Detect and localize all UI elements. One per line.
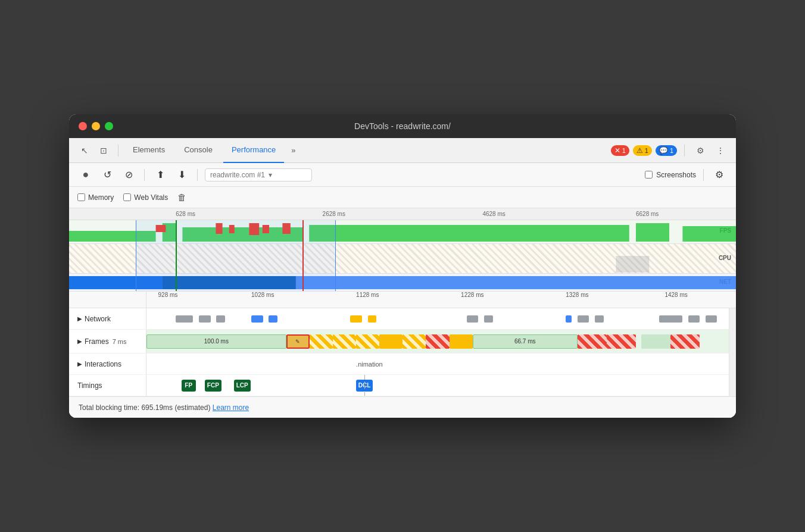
profile-selector[interactable]: readwrite.com #1 ▾ [205, 168, 312, 181]
timeline-overview[interactable]: 628 ms 2628 ms 4628 ms 6628 ms FPS [69, 208, 736, 292]
svg-rect-17 [69, 276, 163, 289]
network-expand-icon[interactable]: ▶ [77, 315, 82, 322]
upload-button[interactable]: ⬆ [152, 167, 169, 183]
memory-label: Memory [88, 193, 114, 202]
net-item-11 [578, 315, 589, 323]
ruler2-mark-928: 928 ms [158, 292, 178, 298]
timings-label: Timings [77, 381, 102, 390]
tab-right-area: ✕ 1 ⚠ 1 💬 1 ⚙ ⋮ [611, 142, 729, 159]
error-badge[interactable]: ✕ 1 [611, 145, 629, 156]
screenshots-checkbox-group: Screenshots [645, 171, 696, 179]
timing-fcp: FCP [205, 380, 221, 392]
svg-rect-2 [182, 227, 302, 242]
frame-stripe-3 [356, 334, 379, 349]
memory-checkbox[interactable] [77, 193, 85, 201]
ruler2-mark-1028: 1028 ms [251, 292, 274, 298]
webvitals-label: Web Vitals [134, 193, 168, 202]
main-content: 628 ms 2628 ms 4628 ms 6628 ms FPS [69, 208, 736, 418]
ruler-mark-2628: 2628 ms [323, 211, 345, 217]
statusbar-text: Total blocking time: 695.19ms (estimated… [79, 403, 210, 412]
net-track: NET [69, 274, 736, 292]
clear-button[interactable]: ⊘ [120, 167, 137, 183]
devtools-window: DevTools - readwrite.com/ ↖ ⊡ Elements C… [69, 114, 736, 418]
tab-console[interactable]: Console [176, 138, 221, 163]
screenshots-label[interactable]: Screenshots [656, 171, 696, 179]
net-item-10 [566, 315, 572, 323]
network-row-label: ▶ Network [69, 308, 146, 329]
profile-url: readwrite.com #1 [210, 171, 265, 179]
settings-icon[interactable]: ⚙ [692, 142, 709, 159]
interactions-animation-text: .nimation [356, 361, 383, 368]
net-item-3 [216, 315, 225, 323]
frames-expand-icon[interactable]: ▶ [77, 338, 82, 345]
titlebar: DevTools - readwrite.com/ [69, 114, 736, 138]
net-item-15 [706, 315, 717, 323]
frames-scrollbar[interactable] [729, 330, 736, 353]
interactions-row: ▶ Interactions .nimation [69, 353, 736, 375]
svg-rect-4 [636, 223, 669, 242]
svg-rect-9 [249, 223, 259, 235]
screenshots-checkbox[interactable] [645, 171, 653, 179]
info-count: 1 [670, 147, 673, 154]
ruler2-mark-1328: 1328 ms [566, 292, 588, 298]
warning-count: 1 [645, 147, 648, 154]
frame-stripe-2 [333, 334, 356, 349]
tab-performance[interactable]: Performance [223, 138, 284, 163]
net-item-6 [350, 315, 362, 323]
timing-fp-label: FP [185, 382, 192, 389]
frame-icon: ✎ [295, 339, 300, 345]
interactions-label: Interactions [85, 360, 121, 368]
maximize-button[interactable] [105, 122, 113, 130]
svg-rect-7 [216, 223, 222, 234]
webvitals-checkbox[interactable] [123, 193, 131, 201]
reload-button[interactable]: ↺ [99, 167, 116, 183]
learn-more-link[interactable]: Learn more [213, 403, 249, 412]
record-button[interactable]: ● [77, 167, 94, 183]
frame-red-end [670, 334, 700, 349]
memory-option[interactable]: Memory [77, 193, 114, 202]
inspect-icon[interactable]: ⊡ [95, 142, 112, 159]
frame-red-stripe-2 [578, 334, 607, 349]
svg-rect-14 [616, 256, 649, 273]
timings-track: FP FCP LCP DCL [146, 375, 729, 396]
net-item-13 [659, 315, 682, 323]
webvitals-option[interactable]: Web Vitals [123, 193, 168, 202]
frame-stripe-1 [310, 334, 333, 349]
ruler2-mark-1128: 1128 ms [356, 292, 379, 298]
frame-green-end [641, 334, 670, 349]
frame-100ms: 100.0 ms [146, 334, 286, 349]
net-item-12 [595, 315, 604, 323]
frames-time: 7 ms [113, 338, 127, 345]
interactions-expand-icon[interactable]: ▶ [77, 361, 82, 367]
net-item-2 [199, 315, 211, 323]
close-button[interactable] [79, 122, 87, 130]
frames-track: 100.0 ms ✎ [146, 330, 729, 353]
net-item-4 [251, 315, 263, 323]
ruler-mark-6628: 6628 ms [636, 211, 659, 217]
tab-more[interactable]: » [286, 143, 300, 157]
toolbar-separator-3 [703, 169, 704, 181]
tab-elements[interactable]: Elements [124, 138, 173, 163]
frame-red-stripe-3 [607, 334, 636, 349]
interactions-scrollbar[interactable] [729, 353, 736, 374]
interactions-sub [124, 360, 126, 368]
info-badge[interactable]: 💬 1 [656, 145, 677, 156]
toolbar: ● ↺ ⊘ ⬆ ⬇ readwrite.com #1 ▾ Screenshots… [69, 163, 736, 187]
more-options-icon[interactable]: ⋮ [712, 142, 729, 159]
warning-badge[interactable]: ⚠ 1 [633, 145, 652, 156]
minimize-button[interactable] [92, 122, 100, 130]
settings-button[interactable]: ⚙ [711, 167, 728, 183]
download-button[interactable]: ⬇ [173, 167, 190, 183]
network-scrollbar[interactable] [729, 308, 736, 329]
frame-label-100ms: 100.0 ms [204, 338, 229, 345]
trash-icon[interactable]: 🗑 [177, 192, 186, 202]
network-row: ▶ Network [69, 308, 736, 330]
options-bar: Memory Web Vitals 🗑 [69, 187, 736, 208]
timings-scrollbar[interactable] [729, 375, 736, 396]
cursor-icon[interactable]: ↖ [76, 142, 93, 159]
network-track [146, 308, 729, 329]
network-label: Network [85, 315, 111, 323]
net-item-1 [176, 315, 193, 323]
frame-16ms[interactable]: ✎ [286, 334, 310, 349]
toolbar-separator-1 [144, 169, 145, 181]
